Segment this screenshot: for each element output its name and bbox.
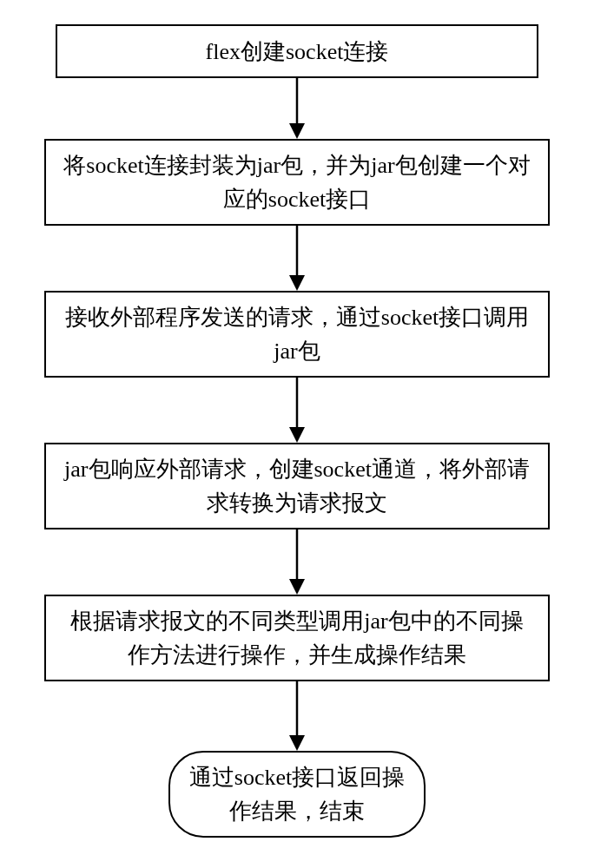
svg-marker-7 xyxy=(289,579,305,595)
step-3-text: 接收外部程序发送的请求，通过socket接口调用jar包 xyxy=(63,300,531,368)
arrow-3-4 xyxy=(287,378,307,443)
step-5-operate-by-type: 根据请求报文的不同类型调用jar包中的不同操作方法进行操作，并生成操作结果 xyxy=(44,595,550,681)
svg-marker-3 xyxy=(289,275,305,291)
svg-marker-9 xyxy=(289,735,305,751)
step-1-text: flex创建socket连接 xyxy=(206,35,389,69)
step-2-text: 将socket连接封装为jar包，并为jar包创建一个对应的socket接口 xyxy=(63,148,531,216)
step-1-flex-create-socket: flex创建socket连接 xyxy=(56,24,538,78)
arrow-5-6 xyxy=(287,681,307,751)
step-5-text: 根据请求报文的不同类型调用jar包中的不同操作方法进行操作，并生成操作结果 xyxy=(63,604,531,672)
svg-marker-5 xyxy=(289,427,305,443)
step-4-jar-response: jar包响应外部请求，创建socket通道，将外部请求转换为请求报文 xyxy=(44,443,550,529)
step-3-receive-request: 接收外部程序发送的请求，通过socket接口调用jar包 xyxy=(44,291,550,378)
step-2-wrap-jar: 将socket连接封装为jar包，并为jar包创建一个对应的socket接口 xyxy=(44,139,550,226)
arrow-2-3 xyxy=(287,226,307,291)
flowchart-container: flex创建socket连接 将socket连接封装为jar包，并为jar包创建… xyxy=(0,0,594,868)
arrow-1-2 xyxy=(287,78,307,139)
step-6-return-result-end: 通过socket接口返回操作结果，结束 xyxy=(168,751,426,838)
step-4-text: jar包响应外部请求，创建socket通道，将外部请求转换为请求报文 xyxy=(63,452,531,520)
svg-marker-1 xyxy=(289,123,305,139)
step-6-text: 通过socket接口返回操作结果，结束 xyxy=(188,760,406,828)
arrow-4-5 xyxy=(287,529,307,595)
